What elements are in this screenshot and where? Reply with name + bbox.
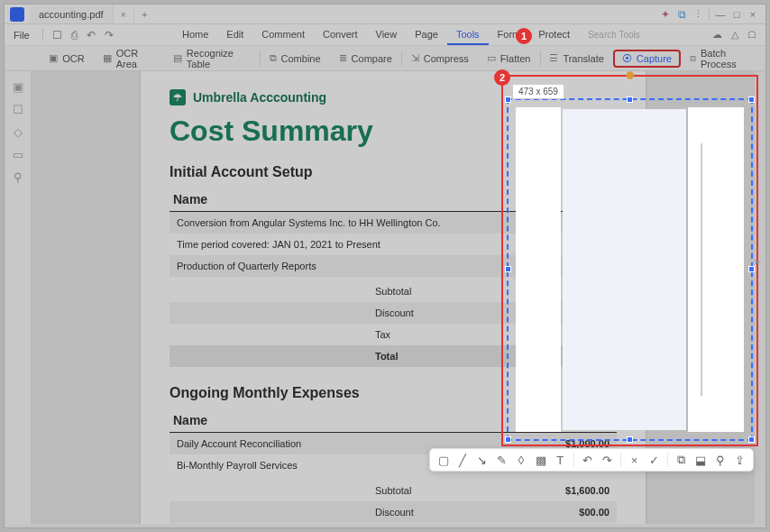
summary-row: Tax$00.00 xyxy=(170,324,617,345)
tool-batch-process[interactable]: ⧈Batch Process xyxy=(681,45,765,72)
tool-blur-icon[interactable]: ▩ xyxy=(533,451,549,469)
summary-row: Discount$00.00 xyxy=(170,501,617,523)
redo-icon[interactable]: ↷ xyxy=(105,29,114,41)
tool-confirm-icon[interactable]: ✓ xyxy=(646,451,662,469)
summary-row: Discount$00.00 xyxy=(170,302,617,324)
brand-logo-icon: ☂ xyxy=(170,89,186,105)
bookmark-icon[interactable]: ☐ xyxy=(13,103,23,116)
tool-recognize-table[interactable]: ▤Recognize Table xyxy=(164,45,260,72)
page-title: Cost Summary xyxy=(170,115,617,148)
summary-row: Tax$00.00 xyxy=(170,523,617,524)
tool-combine[interactable]: ⧉Combine xyxy=(261,50,330,67)
table-row: Conversion from Angular Systems Inc. to … xyxy=(170,212,617,234)
ocr-area-icon: ▦ xyxy=(103,52,112,64)
search-tools-input[interactable]: Search Tools xyxy=(579,30,649,40)
brand-name: Umbrella Acccounting xyxy=(193,90,326,105)
tab-page[interactable]: Page xyxy=(406,25,447,45)
section1-header: Name Price xyxy=(170,188,617,212)
menubar: File ☐ ⎙ ↶ ↷ Home Edit Comment Convert V… xyxy=(5,24,765,46)
attachment-icon[interactable]: ▭ xyxy=(13,148,23,161)
cloud-icon[interactable]: ☁ xyxy=(712,29,722,41)
tools-toolbar: ▣OCR ▦OCR Area ▤Recognize Table ⧉Combine… xyxy=(5,46,765,71)
titlebar: accounting.pdf × + ✦ ⧉ ⋮ — □ × xyxy=(5,5,765,24)
comments-icon[interactable]: ◇ xyxy=(14,125,23,139)
tool-pen-icon[interactable]: ✎ xyxy=(494,451,510,469)
more-icon[interactable]: ⋮ xyxy=(692,9,703,20)
tab-protect[interactable]: Protect xyxy=(529,25,579,45)
compare-icon: ≣ xyxy=(339,52,347,64)
tool-undo-icon[interactable]: ↶ xyxy=(580,451,596,469)
summary-row: Subtotal$1,600.00 xyxy=(170,480,617,501)
table-row: Time period covered: JAN 01, 2021 to Pre… xyxy=(170,234,617,255)
tool-arrow-icon[interactable]: ↘ xyxy=(474,451,490,469)
compress-icon: ⇲ xyxy=(411,52,419,64)
annotation-badge-2: 2 xyxy=(494,69,510,86)
tool-rect-icon[interactable]: ▢ xyxy=(435,451,452,469)
th-price: Price xyxy=(582,413,613,427)
tool-ocr-area[interactable]: ▦OCR Area xyxy=(94,45,164,72)
share-icon[interactable]: ⧉ xyxy=(676,9,687,20)
section1-title: Initial Account Setup xyxy=(170,164,617,180)
window-controls: ✦ ⧉ ⋮ — □ × xyxy=(653,9,765,20)
section1-summary: Subtotal$3,800.00 Discount$00.00 Tax$00.… xyxy=(170,280,617,367)
tab-add-icon[interactable]: + xyxy=(133,5,154,23)
tool-line-icon[interactable]: ╱ xyxy=(455,451,472,469)
tool-copy-icon[interactable]: ⧉ xyxy=(674,451,690,469)
close-window-icon[interactable]: × xyxy=(747,9,758,20)
section1-rows: Conversion from Angular Systems Inc. to … xyxy=(170,212,617,277)
screenshot-toolbar: ▢ ╱ ↘ ✎ ◊ ▩ T ↶ ↷ × ✓ ⧉ ⬓ ⚲ ⇪ xyxy=(429,448,754,472)
table-row: Production of Quarterly Reports$800.00 xyxy=(170,255,617,277)
document-tab[interactable]: accounting.pdf xyxy=(30,5,114,23)
tool-share-icon[interactable]: ⇪ xyxy=(732,451,748,469)
upgrade-icon[interactable]: ✦ xyxy=(660,9,671,20)
minimize-icon[interactable]: — xyxy=(715,9,726,20)
translate-icon: ☰ xyxy=(549,52,558,64)
ocr-icon: ▣ xyxy=(49,52,58,64)
summary-row: Subtotal$3,800.00 xyxy=(170,280,617,302)
search-icon[interactable]: ⚲ xyxy=(14,170,23,184)
tool-compare[interactable]: ≣Compare xyxy=(330,50,401,67)
tool-pin-icon[interactable]: ⚲ xyxy=(712,451,729,469)
section2-summary: Subtotal$1,600.00 Discount$00.00 Tax$00.… xyxy=(170,480,617,524)
thumbnails-icon[interactable]: ▣ xyxy=(13,80,23,94)
tool-close-icon[interactable]: × xyxy=(627,451,643,469)
tab-close-icon[interactable]: × xyxy=(114,5,133,23)
tab-edit[interactable]: Edit xyxy=(217,25,252,45)
capture-icon: ⦿ xyxy=(622,53,632,64)
sync-icon[interactable]: △ xyxy=(731,29,738,41)
app-icon xyxy=(10,7,24,22)
tab-comment[interactable]: Comment xyxy=(252,25,314,45)
tool-save-icon[interactable]: ⬓ xyxy=(692,451,709,469)
tool-ocr[interactable]: ▣OCR xyxy=(40,50,93,67)
tool-highlight-icon[interactable]: ◊ xyxy=(513,451,529,469)
tab-view[interactable]: View xyxy=(367,25,407,45)
th-name: Name xyxy=(173,192,207,206)
undo-icon[interactable]: ↶ xyxy=(87,29,96,41)
left-rail: ▣ ☐ ◇ ▭ ⚲ xyxy=(5,71,32,524)
file-menu[interactable]: File xyxy=(5,26,39,44)
batch-icon: ⧈ xyxy=(690,52,696,64)
tool-flatten[interactable]: ▭Flatten xyxy=(478,50,540,67)
quick-toolbar: ☐ ⎙ ↶ ↷ xyxy=(47,29,119,41)
tab-convert[interactable]: Convert xyxy=(314,25,367,45)
section2-title: Ongoing Monthly Expenses xyxy=(170,385,617,401)
tool-text-icon[interactable]: T xyxy=(552,451,568,469)
menubar-right-icons: ☁ △ ☖ xyxy=(703,29,765,41)
tool-redo-icon[interactable]: ↷ xyxy=(599,451,615,469)
th-price: Price xyxy=(582,192,613,206)
annotation-badge-1: 1 xyxy=(516,28,532,44)
bell-icon[interactable]: ☖ xyxy=(747,29,756,41)
tool-capture[interactable]: ⦿Capture xyxy=(613,50,681,68)
print-icon[interactable]: ⎙ xyxy=(71,29,78,41)
section2-header: Name Price xyxy=(170,408,617,433)
th-name: Name xyxy=(173,413,207,427)
maximize-icon[interactable]: □ xyxy=(731,9,742,20)
tab-home[interactable]: Home xyxy=(173,25,217,45)
tool-translate[interactable]: ☰Translate xyxy=(540,50,612,67)
summary-row-total: Total$3,800.00 xyxy=(170,345,617,367)
tab-tools[interactable]: Tools xyxy=(447,25,489,45)
flatten-icon: ▭ xyxy=(487,52,496,64)
table-icon: ▤ xyxy=(173,52,182,64)
save-icon[interactable]: ☐ xyxy=(52,29,62,41)
tool-compress[interactable]: ⇲Compress xyxy=(402,50,478,67)
